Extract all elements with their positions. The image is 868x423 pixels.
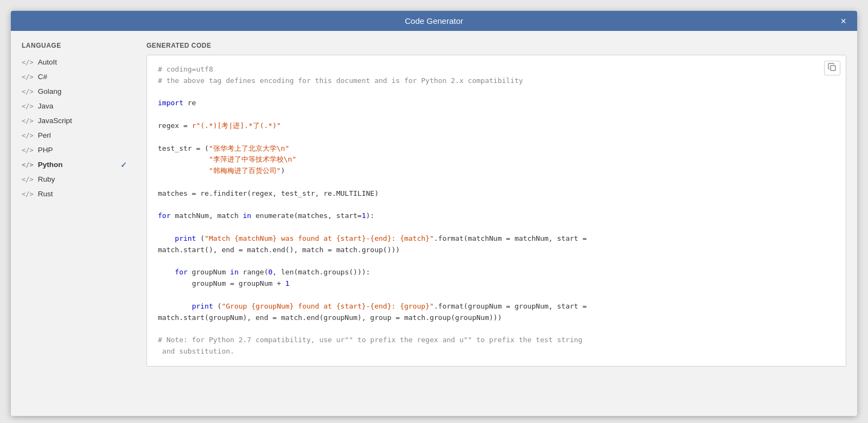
sidebar-item-java[interactable]: </> Java (11, 99, 136, 113)
window-title: Code Generator (405, 16, 463, 25)
sidebar-item-rust[interactable]: </> Rust (11, 187, 136, 201)
code-icon: </> (22, 161, 34, 169)
code-content: # coding=utf8 # the above tag defines en… (158, 64, 835, 357)
sidebar-item-perl[interactable]: </> Perl (11, 128, 136, 143)
sidebar-item-label: Ruby (38, 175, 55, 183)
sidebar-header: LANGUAGE (11, 42, 136, 55)
sidebar-item-label: JavaScript (38, 117, 72, 125)
code-icon: </> (22, 59, 34, 66)
sidebar-item-autoit[interactable]: </> AutoIt (11, 55, 136, 69)
main-window: Code Generator × LANGUAGE </> AutoIt </>… (11, 11, 857, 416)
sidebar-item-golang[interactable]: </> Golang (11, 84, 136, 99)
sidebar-item-javascript[interactable]: </> JavaScript (11, 113, 136, 128)
sidebar-item-label: AutoIt (38, 58, 57, 66)
close-button[interactable]: × (837, 15, 850, 27)
code-icon: </> (22, 146, 34, 154)
svg-rect-0 (831, 66, 835, 70)
sidebar-item-label: Java (38, 102, 54, 110)
code-icon: </> (22, 117, 34, 125)
code-icon: </> (22, 132, 34, 139)
copy-button[interactable] (824, 61, 840, 75)
sidebar-item-label: Python (38, 161, 63, 169)
sidebar-item-csharp[interactable]: </> C# (11, 69, 136, 84)
sidebar-item-label: C# (38, 73, 47, 81)
sidebar-item-label: Golang (38, 87, 62, 95)
main-content: GENERATED CODE # coding=utf8 # the above… (136, 31, 857, 416)
sidebar-item-label: Rust (38, 190, 53, 198)
sidebar-item-ruby[interactable]: </> Ruby (11, 172, 136, 187)
sidebar-item-php[interactable]: </> PHP (11, 143, 136, 157)
sidebar-item-label: Perl (38, 131, 51, 139)
title-bar: Code Generator × (11, 11, 857, 31)
code-icon: </> (22, 176, 34, 183)
code-display: # coding=utf8 # the above tag defines en… (146, 55, 846, 367)
content-area: LANGUAGE </> AutoIt </> C# </> Golang </… (11, 31, 857, 416)
code-icon: </> (22, 73, 34, 81)
copy-icon (828, 63, 837, 72)
sidebar-item-python[interactable]: </> Python ✓ (11, 157, 136, 172)
sidebar-item-label: PHP (38, 146, 53, 154)
code-icon: </> (22, 102, 34, 110)
code-icon: </> (22, 88, 34, 95)
main-header: GENERATED CODE (146, 42, 846, 49)
code-icon: </> (22, 190, 34, 198)
sidebar: LANGUAGE </> AutoIt </> C# </> Golang </… (11, 31, 136, 416)
check-icon: ✓ (120, 161, 127, 169)
